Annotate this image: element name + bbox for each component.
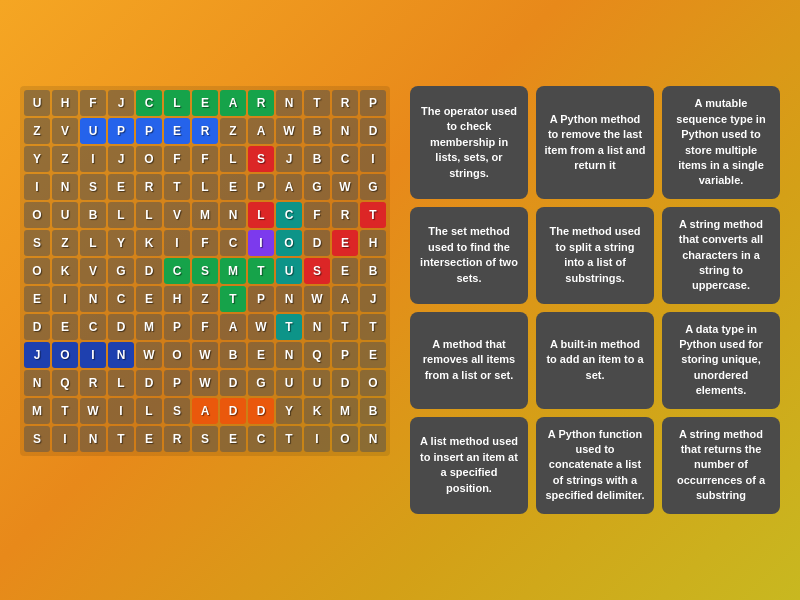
grid-cell-0-2[interactable]: F — [80, 90, 106, 116]
grid-cell-2-8[interactable]: S — [248, 146, 274, 172]
grid-cell-0-4[interactable]: C — [136, 90, 162, 116]
clue-card-4[interactable]: The method used to split a string into a… — [536, 207, 654, 304]
grid-cell-7-8[interactable]: P — [248, 286, 274, 312]
grid-cell-4-5[interactable]: V — [164, 202, 190, 228]
grid-cell-6-9[interactable]: U — [276, 258, 302, 284]
grid-cell-12-7[interactable]: E — [220, 426, 246, 452]
grid-cell-8-2[interactable]: C — [80, 314, 106, 340]
grid-cell-12-0[interactable]: S — [24, 426, 50, 452]
grid-cell-9-12[interactable]: E — [360, 342, 386, 368]
grid-cell-12-9[interactable]: T — [276, 426, 302, 452]
grid-cell-3-5[interactable]: T — [164, 174, 190, 200]
grid-cell-2-11[interactable]: C — [332, 146, 358, 172]
grid-cell-1-10[interactable]: B — [304, 118, 330, 144]
grid-cell-9-10[interactable]: Q — [304, 342, 330, 368]
grid-cell-2-2[interactable]: I — [80, 146, 106, 172]
grid-cell-7-5[interactable]: H — [164, 286, 190, 312]
grid-cell-10-4[interactable]: D — [136, 370, 162, 396]
grid-cell-8-10[interactable]: N — [304, 314, 330, 340]
grid-cell-1-6[interactable]: R — [192, 118, 218, 144]
grid-cell-7-4[interactable]: E — [136, 286, 162, 312]
grid-cell-10-12[interactable]: O — [360, 370, 386, 396]
grid-cell-3-10[interactable]: G — [304, 174, 330, 200]
grid-cell-2-1[interactable]: Z — [52, 146, 78, 172]
grid-cell-4-3[interactable]: L — [108, 202, 134, 228]
grid-cell-11-10[interactable]: K — [304, 398, 330, 424]
grid-cell-3-9[interactable]: A — [276, 174, 302, 200]
grid-cell-11-6[interactable]: A — [192, 398, 218, 424]
grid-cell-2-6[interactable]: F — [192, 146, 218, 172]
grid-cell-12-4[interactable]: E — [136, 426, 162, 452]
grid-cell-11-11[interactable]: M — [332, 398, 358, 424]
grid-cell-7-0[interactable]: E — [24, 286, 50, 312]
grid-cell-2-0[interactable]: Y — [24, 146, 50, 172]
grid-cell-8-8[interactable]: W — [248, 314, 274, 340]
clue-card-9[interactable]: A list method used to insert an item at … — [410, 417, 528, 514]
grid-cell-1-9[interactable]: W — [276, 118, 302, 144]
grid-cell-4-0[interactable]: O — [24, 202, 50, 228]
grid-cell-3-6[interactable]: L — [192, 174, 218, 200]
grid-cell-5-5[interactable]: I — [164, 230, 190, 256]
grid-cell-11-7[interactable]: D — [220, 398, 246, 424]
grid-cell-12-10[interactable]: I — [304, 426, 330, 452]
grid-cell-6-1[interactable]: K — [52, 258, 78, 284]
grid-cell-1-1[interactable]: V — [52, 118, 78, 144]
grid-cell-9-0[interactable]: J — [24, 342, 50, 368]
clue-card-3[interactable]: The set method used to find the intersec… — [410, 207, 528, 304]
grid-cell-7-9[interactable]: N — [276, 286, 302, 312]
grid-cell-11-2[interactable]: W — [80, 398, 106, 424]
grid-cell-5-7[interactable]: C — [220, 230, 246, 256]
grid-cell-8-6[interactable]: F — [192, 314, 218, 340]
grid-cell-12-12[interactable]: N — [360, 426, 386, 452]
grid-cell-0-0[interactable]: U — [24, 90, 50, 116]
grid-cell-6-12[interactable]: B — [360, 258, 386, 284]
grid-cell-2-7[interactable]: L — [220, 146, 246, 172]
grid-cell-10-6[interactable]: W — [192, 370, 218, 396]
clue-card-1[interactable]: A Python method to remove the last item … — [536, 86, 654, 198]
grid-cell-1-7[interactable]: Z — [220, 118, 246, 144]
grid-cell-12-1[interactable]: I — [52, 426, 78, 452]
grid-cell-12-6[interactable]: S — [192, 426, 218, 452]
grid-cell-6-5[interactable]: C — [164, 258, 190, 284]
grid-cell-6-2[interactable]: V — [80, 258, 106, 284]
grid-cell-2-10[interactable]: B — [304, 146, 330, 172]
grid-cell-8-0[interactable]: D — [24, 314, 50, 340]
grid-cell-4-4[interactable]: L — [136, 202, 162, 228]
grid-cell-10-8[interactable]: G — [248, 370, 274, 396]
grid-cell-12-3[interactable]: T — [108, 426, 134, 452]
grid-cell-1-4[interactable]: P — [136, 118, 162, 144]
grid-cell-10-1[interactable]: Q — [52, 370, 78, 396]
clue-card-6[interactable]: A method that removes all items from a l… — [410, 312, 528, 409]
grid-cell-3-4[interactable]: R — [136, 174, 162, 200]
grid-cell-4-8[interactable]: L — [248, 202, 274, 228]
grid-cell-6-11[interactable]: E — [332, 258, 358, 284]
clue-card-11[interactable]: A string method that returns the number … — [662, 417, 780, 514]
grid-cell-8-3[interactable]: D — [108, 314, 134, 340]
grid-cell-3-7[interactable]: E — [220, 174, 246, 200]
grid-cell-5-2[interactable]: L — [80, 230, 106, 256]
grid-cell-5-9[interactable]: O — [276, 230, 302, 256]
grid-cell-0-10[interactable]: T — [304, 90, 330, 116]
grid-cell-4-6[interactable]: M — [192, 202, 218, 228]
grid-cell-0-5[interactable]: L — [164, 90, 190, 116]
grid-cell-6-4[interactable]: D — [136, 258, 162, 284]
clue-card-5[interactable]: A string method that converts all charac… — [662, 207, 780, 304]
grid-cell-3-1[interactable]: N — [52, 174, 78, 200]
grid-cell-11-4[interactable]: L — [136, 398, 162, 424]
grid-cell-7-11[interactable]: A — [332, 286, 358, 312]
grid-cell-11-5[interactable]: S — [164, 398, 190, 424]
grid-cell-2-5[interactable]: F — [164, 146, 190, 172]
grid-cell-4-9[interactable]: C — [276, 202, 302, 228]
grid-cell-9-4[interactable]: W — [136, 342, 162, 368]
grid-cell-6-7[interactable]: M — [220, 258, 246, 284]
grid-cell-2-9[interactable]: J — [276, 146, 302, 172]
grid-cell-7-1[interactable]: I — [52, 286, 78, 312]
clue-card-8[interactable]: A data type in Python used for storing u… — [662, 312, 780, 409]
grid-cell-6-10[interactable]: S — [304, 258, 330, 284]
grid-cell-1-11[interactable]: N — [332, 118, 358, 144]
grid-cell-11-1[interactable]: T — [52, 398, 78, 424]
grid-cell-0-6[interactable]: E — [192, 90, 218, 116]
grid-cell-8-5[interactable]: P — [164, 314, 190, 340]
grid-cell-5-0[interactable]: S — [24, 230, 50, 256]
grid-cell-9-3[interactable]: N — [108, 342, 134, 368]
